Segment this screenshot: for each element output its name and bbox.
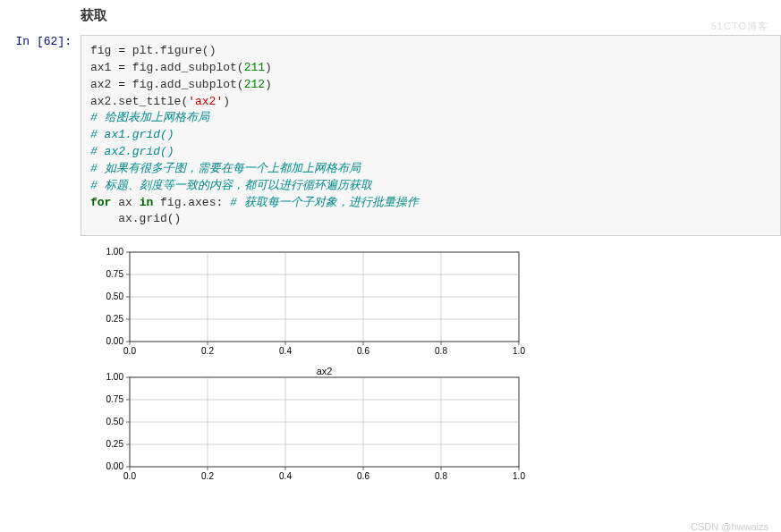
code-text: 'ax2' xyxy=(188,95,223,108)
svg-text:0.50: 0.50 xyxy=(106,417,124,426)
code-comment: # 给图表加上网格布局 xyxy=(90,111,209,124)
code-text: ax2 xyxy=(90,78,118,91)
svg-text:0.0: 0.0 xyxy=(123,471,136,481)
code-text: fig xyxy=(90,44,118,57)
svg-text:0.4: 0.4 xyxy=(279,471,292,481)
code-text: ax xyxy=(111,196,139,209)
svg-text:0.4: 0.4 xyxy=(279,346,292,356)
svg-text:0.25: 0.25 xyxy=(106,439,124,449)
svg-text:0.6: 0.6 xyxy=(357,471,369,481)
svg-text:0.8: 0.8 xyxy=(435,471,447,481)
code-text: fig.add_subplot( xyxy=(125,78,244,91)
code-text: fig.axes: xyxy=(153,196,230,209)
prompt-post: ]: xyxy=(57,35,72,48)
svg-text:0.2: 0.2 xyxy=(201,346,214,356)
code-text: plt.figure() xyxy=(125,44,216,57)
section-heading: 获取 xyxy=(81,7,781,24)
svg-text:0.8: 0.8 xyxy=(435,346,447,356)
code-text: = xyxy=(118,44,125,57)
code-block[interactable]: fig = plt.figure() ax1 = fig.add_subplot… xyxy=(81,35,781,236)
matplotlib-figure: 0.00.20.40.60.81.00.000.250.500.751.000.… xyxy=(81,245,528,495)
watermark-top: 51CTO博客 xyxy=(711,20,768,33)
svg-text:0.6: 0.6 xyxy=(357,346,369,356)
svg-text:0.00: 0.00 xyxy=(106,336,124,346)
svg-text:0.75: 0.75 xyxy=(106,269,124,279)
code-text: 212 xyxy=(244,78,265,91)
code-text: ax1 xyxy=(90,61,118,74)
code-keyword: in xyxy=(140,196,154,209)
watermark-bottom: CSDN @hwwaizs xyxy=(691,521,768,532)
code-comment: # ax2.grid() xyxy=(90,145,174,158)
svg-text:0.2: 0.2 xyxy=(201,471,214,481)
code-text: ) xyxy=(265,78,272,91)
svg-text:1.00: 1.00 xyxy=(106,247,124,257)
svg-text:0.75: 0.75 xyxy=(106,394,124,404)
code-keyword: for xyxy=(90,196,111,209)
prompt-number: 62 xyxy=(44,35,58,48)
code-text: ax.grid() xyxy=(90,212,181,225)
code-comment: # 如果有很多子图，需要在每一个上都加上网格布局 xyxy=(90,162,361,175)
svg-text:1.0: 1.0 xyxy=(513,346,525,356)
code-comment: # 获取每一个子对象，进行批量操作 xyxy=(230,196,419,209)
code-text: fig.add_subplot( xyxy=(125,61,244,74)
svg-text:0.25: 0.25 xyxy=(106,314,124,324)
input-prompt: In [62]: xyxy=(0,35,81,48)
code-text: 211 xyxy=(244,61,265,74)
prompt-pre: In [ xyxy=(16,35,44,48)
output-area: 0.00.20.40.60.81.00.000.250.500.751.000.… xyxy=(81,245,781,495)
code-cell: In [62]: fig = plt.figure() ax1 = fig.ad… xyxy=(0,35,781,236)
svg-text:1.0: 1.0 xyxy=(513,471,525,481)
svg-text:0.00: 0.00 xyxy=(106,461,124,471)
code-text: ) xyxy=(223,95,230,108)
svg-text:1.00: 1.00 xyxy=(106,372,124,382)
code-text: = xyxy=(118,61,125,74)
svg-text:0.0: 0.0 xyxy=(123,346,136,356)
svg-text:ax2: ax2 xyxy=(317,366,333,376)
svg-text:0.50: 0.50 xyxy=(106,291,124,301)
code-text: = xyxy=(118,78,125,91)
code-comment: # ax1.grid() xyxy=(90,128,174,141)
code-comment: # 标题、刻度等一致的内容，都可以进行循环遍历获取 xyxy=(90,179,372,192)
code-text: ax2.set_title( xyxy=(90,95,188,108)
code-text: ) xyxy=(265,61,272,74)
